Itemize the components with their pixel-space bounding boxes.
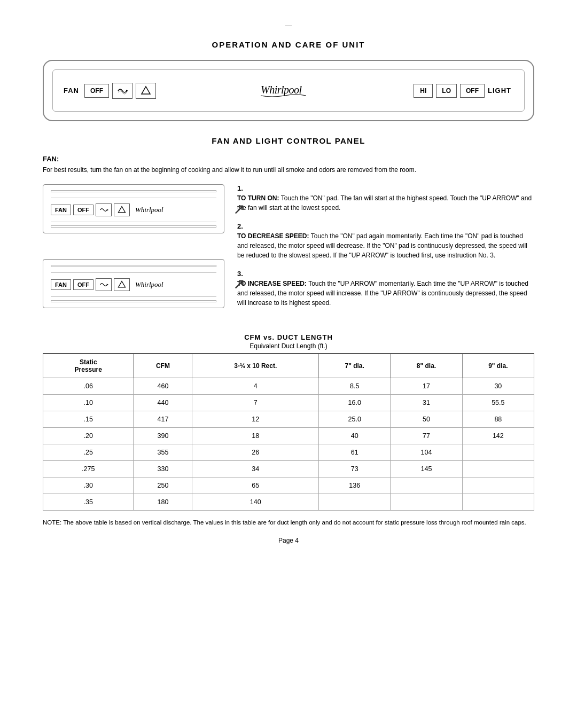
header-rect: 3-¼ x 10 Rect. <box>192 354 319 378</box>
diagram-2: FAN OFF Whirlpool ↗ <box>43 259 224 308</box>
cell-6-3: 136 <box>319 477 391 494</box>
cell-4-0: .25 <box>43 444 134 461</box>
table-subtitle: Equivalent Duct Length (ft.) <box>43 342 534 350</box>
diagram-1: FAN OFF Whirlpool ↗ <box>43 184 224 233</box>
lo-button[interactable]: LO <box>436 84 457 98</box>
cell-2-1: 417 <box>134 411 192 428</box>
cell-5-2: 34 <box>192 461 319 477</box>
cell-5-3: 73 <box>319 461 391 477</box>
steps-column: 1. TO TURN ON: Touch the "ON" pad. The f… <box>237 184 534 317</box>
diag2-arrow-icon <box>114 278 130 291</box>
up-arrow-icon[interactable] <box>136 83 156 99</box>
fan-subheading: FAN: <box>43 155 534 163</box>
header-7dia: 7" dia. <box>319 354 391 378</box>
cell-1-5: 55.5 <box>462 395 534 411</box>
diag2-fan-label: FAN <box>51 279 71 290</box>
fan-on-icon[interactable] <box>112 83 132 99</box>
cell-1-4: 31 <box>391 395 462 411</box>
fan-description: For best results, turn the fan on at the… <box>43 165 534 175</box>
step-2: 2. TO DECREASE SPEED: Touch the "ON" pad… <box>237 222 534 260</box>
cell-7-5 <box>462 494 534 511</box>
cell-1-3: 16.0 <box>319 395 391 411</box>
svg-marker-3 <box>107 209 108 210</box>
cell-2-5: 88 <box>462 411 534 428</box>
svg-marker-5 <box>107 284 108 285</box>
svg-marker-4 <box>118 206 125 212</box>
table-row: .20390184077142 <box>43 428 534 444</box>
instructions-area: FAN OFF Whirlpool ↗ <box>43 184 534 317</box>
diag2-brand: Whirlpool <box>135 280 163 289</box>
cell-3-1: 390 <box>134 428 192 444</box>
header-9dia: 9" dia. <box>462 354 534 378</box>
step3-number: 3. <box>237 270 534 278</box>
cell-7-4 <box>391 494 462 511</box>
page-title: OPERATION AND CARE OF UNIT <box>43 40 534 49</box>
cell-5-5 <box>462 461 534 477</box>
diag2-fan-icon <box>96 278 112 291</box>
diagrams-column: FAN OFF Whirlpool ↗ <box>43 184 224 317</box>
header-8dia: 8" dia. <box>391 354 462 378</box>
step3-title: TO INCREASE SPEED: <box>237 280 308 287</box>
cell-7-3 <box>319 494 391 511</box>
cell-4-5 <box>462 444 534 461</box>
diag1-off-btn: OFF <box>73 205 93 215</box>
control-panel-outer: FAN OFF Whirlpool HI LO OFF L <box>43 60 534 121</box>
diag1-fan-icon <box>96 203 112 216</box>
page-number: Page 4 <box>43 537 534 544</box>
cell-4-4: 104 <box>391 444 462 461</box>
cell-3-5: 142 <box>462 428 534 444</box>
table-title: CFM vs. DUCT LENGTH <box>43 333 534 341</box>
cell-3-4: 77 <box>391 428 462 444</box>
cell-5-4: 145 <box>391 461 462 477</box>
note-text: NOTE: The above table is based on vertic… <box>43 518 534 527</box>
header-cfm: CFM <box>134 354 192 378</box>
svg-marker-6 <box>118 281 125 287</box>
arrow-to-step1: ↗ <box>233 200 245 218</box>
cell-0-3: 8.5 <box>319 378 391 395</box>
cell-3-3: 40 <box>319 428 391 444</box>
cell-5-1: 330 <box>134 461 192 477</box>
cell-7-0: .35 <box>43 494 134 511</box>
cell-3-0: .20 <box>43 428 134 444</box>
cell-0-4: 17 <box>391 378 462 395</box>
cell-6-2: 65 <box>192 477 319 494</box>
fan-label: FAN <box>64 87 79 95</box>
cell-6-4 <box>391 477 462 494</box>
step2-content: TO DECREASE SPEED: Touch the "ON" pad ag… <box>237 231 534 260</box>
cell-4-2: 26 <box>192 444 319 461</box>
cell-1-2: 7 <box>192 395 319 411</box>
cell-6-5 <box>462 477 534 494</box>
light-label: LIGHT <box>488 87 511 95</box>
cell-4-1: 355 <box>134 444 192 461</box>
arrow-to-step3: ↗ <box>233 275 245 293</box>
step1-number: 1. <box>237 184 534 192</box>
hi-button[interactable]: HI <box>414 84 433 98</box>
cell-6-0: .30 <box>43 477 134 494</box>
cell-3-2: 18 <box>192 428 319 444</box>
table-row: .2753303473145 <box>43 461 534 477</box>
cell-0-2: 4 <box>192 378 319 395</box>
cell-0-0: .06 <box>43 378 134 395</box>
diag1-arrow-icon <box>114 203 130 216</box>
cell-5-0: .275 <box>43 461 134 477</box>
off2-button[interactable]: OFF <box>460 84 485 98</box>
table-row: .35180140 <box>43 494 534 511</box>
off-button[interactable]: OFF <box>84 84 109 98</box>
table-row: .253552661104 <box>43 444 534 461</box>
table-row: .3025065136 <box>43 477 534 494</box>
cell-2-2: 12 <box>192 411 319 428</box>
diag1-fan-label: FAN <box>51 205 71 215</box>
cell-2-4: 50 <box>391 411 462 428</box>
table-row: .10440716.03155.5 <box>43 395 534 411</box>
step1-text: Touch the "ON" pad. The fan will start a… <box>237 194 532 212</box>
cell-1-1: 440 <box>134 395 192 411</box>
cell-2-3: 25.0 <box>319 411 391 428</box>
cell-6-1: 250 <box>134 477 192 494</box>
cell-2-0: .15 <box>43 411 134 428</box>
table-row: .154171225.05088 <box>43 411 534 428</box>
step-1: 1. TO TURN ON: Touch the "ON" pad. The f… <box>237 184 534 213</box>
top-dash: — <box>43 21 534 29</box>
cell-7-1: 180 <box>134 494 192 511</box>
diag2-off-btn: OFF <box>73 279 93 290</box>
brand-logo: Whirlpool <box>258 79 311 103</box>
